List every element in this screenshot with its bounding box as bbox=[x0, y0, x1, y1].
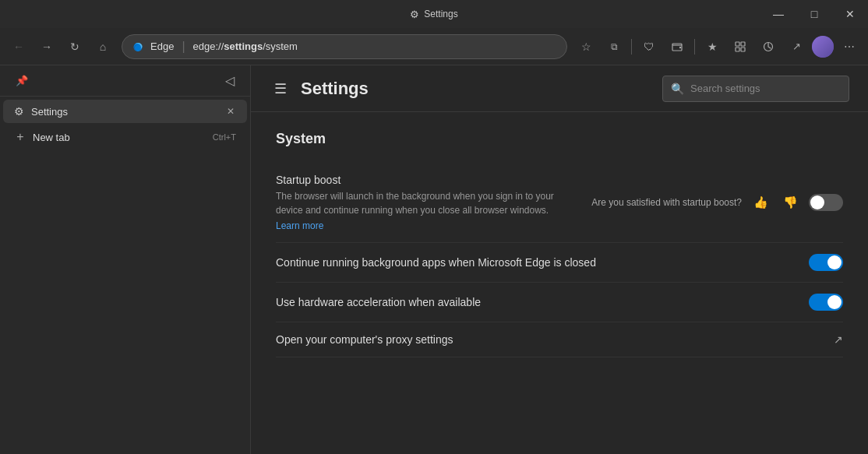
collapse-icon: ◁ bbox=[225, 73, 235, 88]
fav-star-icon: ☆ bbox=[581, 40, 591, 53]
address-bar-brand: Edge bbox=[150, 40, 174, 52]
share-button[interactable]: ↗ bbox=[784, 34, 809, 59]
background-apps-content: Continue running background apps when Mi… bbox=[276, 256, 796, 269]
collapse-sidebar-button[interactable]: ◁ bbox=[219, 70, 241, 92]
url-end: /system bbox=[263, 40, 298, 52]
toolbar-divider-2 bbox=[694, 39, 695, 55]
proxy-settings-controls: ↗ bbox=[834, 333, 843, 346]
hardware-accel-title: Use hardware acceleration when available bbox=[276, 296, 796, 308]
address-bar-url: edge://settings/system bbox=[193, 40, 298, 52]
favorites-icon: ★ bbox=[707, 40, 718, 53]
system-section-title: System bbox=[276, 131, 843, 147]
settings-body: System Startup boost The browser will la… bbox=[251, 112, 868, 454]
hardware-accel-content: Use hardware acceleration when available bbox=[276, 296, 796, 308]
search-input[interactable] bbox=[690, 83, 841, 94]
forward-button[interactable]: → bbox=[34, 34, 59, 59]
profile-button[interactable] bbox=[812, 36, 834, 58]
browser-essentials-icon bbox=[762, 40, 774, 53]
sidebar: 📌 ◁ ⚙ Settings ✕ + New tab Ctrl+T bbox=[0, 65, 251, 454]
shield-icon: 🛡 bbox=[644, 40, 655, 53]
background-apps-toggle-knob bbox=[827, 255, 842, 269]
search-icon: 🔍 bbox=[671, 83, 684, 95]
home-button[interactable]: ⌂ bbox=[90, 34, 115, 59]
split-tab-button[interactable]: ⧉ bbox=[602, 34, 626, 59]
external-link-icon: ↗ bbox=[834, 333, 843, 346]
background-apps-title: Continue running background apps when Mi… bbox=[276, 256, 796, 269]
close-button[interactable]: ✕ bbox=[832, 0, 868, 28]
thumb-up-icon: 👍 bbox=[753, 195, 768, 209]
startup-boost-content: Startup boost The browser will launch in… bbox=[276, 174, 579, 231]
startup-boost-row: Startup boost The browser will launch in… bbox=[276, 163, 843, 243]
back-icon: ← bbox=[13, 40, 24, 53]
profile-avatar bbox=[812, 36, 834, 58]
background-apps-row: Continue running background apps when Mi… bbox=[276, 243, 843, 283]
settings-tab-label: Settings bbox=[31, 106, 217, 118]
startup-boost-controls: Are you satisfied with startup boost? 👍 … bbox=[591, 192, 843, 213]
maximize-button[interactable]: □ bbox=[796, 0, 832, 28]
favorites-button[interactable]: ★ bbox=[700, 34, 725, 59]
settings-header: ☰ Settings 🔍 bbox=[251, 65, 868, 112]
hamburger-menu-button[interactable]: ☰ bbox=[270, 78, 291, 100]
proxy-settings-row[interactable]: Open your computer's proxy settings ↗ bbox=[276, 322, 843, 357]
fav-star-button[interactable]: ☆ bbox=[573, 34, 598, 59]
svg-rect-3 bbox=[741, 42, 745, 46]
title-bar-gear-icon: ⚙ bbox=[410, 9, 419, 20]
settings-tab-icon: ⚙ bbox=[12, 105, 25, 118]
svg-rect-2 bbox=[736, 42, 739, 46]
settings-page-title: Settings bbox=[301, 79, 653, 99]
settings-tab[interactable]: ⚙ Settings ✕ bbox=[3, 100, 247, 123]
minimize-button[interactable]: — bbox=[760, 0, 796, 28]
wallet-icon bbox=[671, 40, 683, 53]
startup-boost-toggle[interactable] bbox=[809, 194, 843, 211]
sidebar-header-left: 📌 bbox=[9, 69, 34, 93]
title-bar-text: Settings bbox=[424, 9, 457, 19]
startup-boost-desc: The browser will launch in the backgroun… bbox=[276, 189, 579, 217]
refresh-button[interactable]: ↻ bbox=[62, 34, 87, 59]
startup-boost-title: Startup boost bbox=[276, 174, 579, 186]
address-bar[interactable]: Edge | edge://settings/system bbox=[122, 34, 567, 59]
new-tab-shortcut: Ctrl+T bbox=[213, 132, 236, 142]
proxy-settings-title: Open your computer's proxy settings bbox=[276, 333, 821, 346]
svg-rect-5 bbox=[741, 48, 745, 51]
satisfaction-text: Are you satisfied with startup boost? bbox=[591, 197, 742, 208]
hardware-accel-controls bbox=[809, 294, 843, 311]
back-button[interactable]: ← bbox=[6, 34, 31, 59]
toolbar-divider-1 bbox=[631, 39, 632, 55]
browser-toolbar: ← → ↻ ⌂ Edge | edge://settings/system ☆ … bbox=[0, 28, 868, 65]
more-button[interactable]: ⋯ bbox=[837, 34, 862, 59]
shield-button[interactable]: 🛡 bbox=[637, 34, 662, 59]
forward-icon: → bbox=[41, 40, 52, 53]
title-bar-controls: — □ ✕ bbox=[760, 0, 868, 28]
title-bar-title: ⚙ Settings bbox=[410, 9, 457, 20]
thumb-up-button[interactable]: 👍 bbox=[750, 192, 771, 213]
background-apps-toggle[interactable] bbox=[809, 254, 843, 271]
pin-tabs-button[interactable]: 📌 bbox=[9, 69, 34, 93]
svg-rect-4 bbox=[736, 48, 739, 51]
svg-point-1 bbox=[679, 46, 681, 48]
refresh-icon: ↻ bbox=[70, 40, 79, 53]
thumb-down-icon: 👎 bbox=[783, 195, 798, 209]
new-tab-label: New tab bbox=[33, 132, 206, 143]
thumb-down-button[interactable]: 👎 bbox=[779, 192, 801, 213]
startup-boost-learn-more-link[interactable]: Learn more bbox=[276, 220, 579, 231]
sidebar-header: 📌 ◁ bbox=[0, 65, 250, 97]
settings-content: ☰ Settings 🔍 System Startup boost The br… bbox=[251, 65, 868, 454]
hardware-accel-toggle[interactable] bbox=[809, 294, 843, 311]
new-tab-plus-icon: + bbox=[14, 131, 26, 143]
settings-search-box[interactable]: 🔍 bbox=[662, 76, 849, 102]
settings-tab-close-button[interactable]: ✕ bbox=[224, 104, 238, 118]
share-icon: ↗ bbox=[792, 40, 801, 52]
browser-essentials-button[interactable] bbox=[756, 34, 781, 59]
collections-icon bbox=[734, 40, 746, 53]
url-base: edge:// bbox=[193, 40, 224, 52]
startup-boost-toggle-knob bbox=[810, 195, 824, 209]
title-bar: ⚙ Settings — □ ✕ bbox=[0, 0, 868, 28]
pin-icon: 📌 bbox=[16, 75, 28, 86]
hardware-accel-row: Use hardware acceleration when available bbox=[276, 283, 843, 322]
split-tab-icon: ⧉ bbox=[611, 41, 618, 52]
collections-button[interactable] bbox=[728, 34, 753, 59]
background-apps-controls bbox=[809, 254, 843, 271]
new-tab-item[interactable]: + New tab Ctrl+T bbox=[3, 126, 247, 148]
wallet-button[interactable] bbox=[665, 34, 690, 59]
more-icon: ⋯ bbox=[844, 40, 855, 53]
